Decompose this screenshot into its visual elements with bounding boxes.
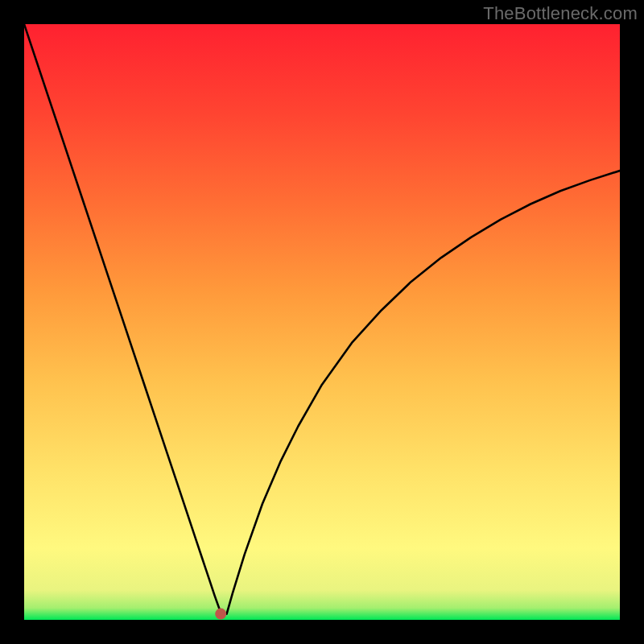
marker-point [215, 609, 226, 620]
watermark-text: TheBottleneck.com [483, 3, 638, 24]
plot-area [24, 24, 620, 620]
chart-frame: TheBottleneck.com [0, 0, 644, 644]
plot-background [24, 24, 620, 620]
chart-svg [24, 24, 620, 620]
